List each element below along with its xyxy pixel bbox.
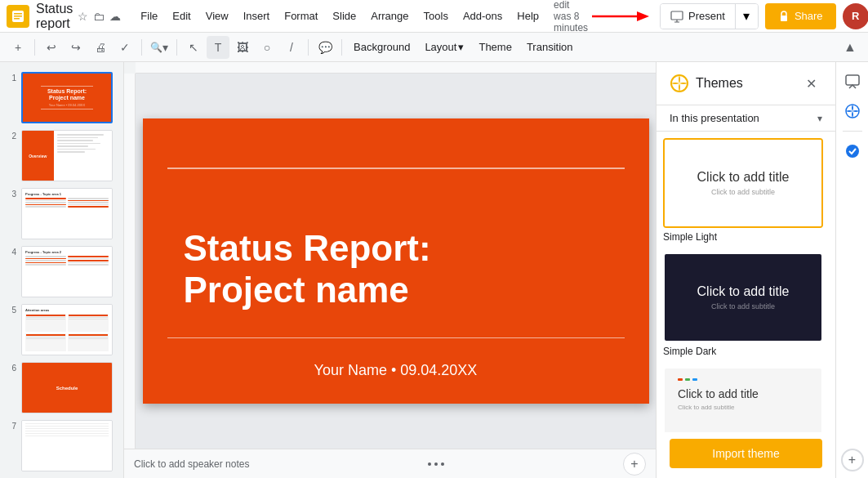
- background-button[interactable]: Background: [347, 36, 416, 59]
- undo-button[interactable]: ↩: [40, 36, 63, 59]
- menu-edit[interactable]: Edit: [166, 7, 197, 25]
- slide-canvas[interactable]: Status Report: Project name Your Name • …: [143, 118, 649, 404]
- add-button[interactable]: +: [7, 36, 29, 59]
- canvas-body: Status Report: Project name Your Name • …: [124, 74, 656, 449]
- main-area: 1 Status Report:Project name Your Name •…: [0, 62, 868, 478]
- slide-thumbnail-6[interactable]: 6 Schedule: [0, 359, 123, 417]
- select-tool[interactable]: ↖: [182, 36, 205, 59]
- import-theme-button[interactable]: Import theme: [670, 439, 822, 468]
- present-dropdown-button[interactable]: ▾: [735, 4, 758, 29]
- menu-arrange[interactable]: Arrange: [364, 7, 415, 25]
- cloud-icon[interactable]: ☁: [109, 10, 121, 23]
- red-arrow-annotation: [588, 7, 653, 26]
- layout-button[interactable]: Layout▾: [418, 36, 470, 59]
- spellcheck-button[interactable]: ✓: [114, 36, 136, 59]
- theme-thumb-simple-dark: Click to add title Click to add subtitle: [663, 252, 823, 342]
- speaker-notes-bar[interactable]: Click to add speaker notes +: [124, 449, 656, 478]
- slide-img-1: Status Report:Project name Your Name • 0…: [21, 72, 113, 123]
- shape-tool[interactable]: ○: [256, 36, 278, 59]
- comment-tool[interactable]: 💬: [314, 36, 336, 59]
- zoom-button[interactable]: 🔍▾: [147, 36, 171, 59]
- menu-format[interactable]: Format: [278, 7, 324, 25]
- svg-rect-7: [671, 11, 683, 20]
- print-button[interactable]: 🖨: [89, 36, 112, 59]
- svg-rect-12: [846, 75, 859, 85]
- lock-icon: [778, 11, 790, 22]
- top-bar: Status report ☆ 🗀 ☁ File Edit View Inser…: [0, 0, 868, 33]
- app-logo: [7, 5, 29, 28]
- canvas-scroll[interactable]: Status Report: Project name Your Name • …: [136, 74, 656, 449]
- themes-list: Click to add title Click to add subtitle…: [657, 132, 835, 432]
- theme-button[interactable]: Theme: [472, 36, 518, 59]
- menu-tools[interactable]: Tools: [417, 7, 455, 25]
- slide-img-4: Progress - Topic area 2: [21, 246, 113, 297]
- share-button[interactable]: Share: [765, 3, 836, 29]
- text-tool[interactable]: T: [207, 36, 229, 59]
- slide-thumbnail-1[interactable]: 1 Status Report:Project name Your Name •…: [0, 69, 123, 127]
- theme-thumb-simple-light: Click to add title Click to add subtitle: [663, 138, 823, 228]
- slide-thumbnail-2[interactable]: 2 Overview: [0, 127, 123, 185]
- sidebar-comments-icon[interactable]: [839, 69, 866, 95]
- sidebar-separator: [843, 131, 862, 132]
- toolbar-separator-1: [34, 39, 35, 56]
- svg-rect-3: [14, 16, 22, 17]
- themes-close-button[interactable]: ✕: [799, 72, 822, 95]
- present-icon: [670, 10, 683, 23]
- theme-item-simple-dark[interactable]: Click to add title Click to add subtitle…: [663, 252, 829, 364]
- menu-addons[interactable]: Add-ons: [456, 7, 509, 25]
- present-main-button[interactable]: Present: [661, 4, 735, 29]
- slide-num-1: 1: [7, 74, 16, 83]
- svg-rect-10: [781, 16, 787, 21]
- canvas-area: Status Report: Project name Your Name • …: [124, 62, 656, 478]
- ruler-vertical: [124, 74, 136, 449]
- slide-img-7: [21, 420, 113, 471]
- menu-slide[interactable]: Slide: [326, 7, 363, 25]
- slide-num-7: 7: [7, 422, 16, 431]
- transition-button[interactable]: Transition: [520, 36, 580, 59]
- theme-item-simple-light[interactable]: Click to add title Click to add subtitle…: [663, 138, 829, 249]
- zoom-in-button[interactable]: +: [623, 453, 646, 476]
- right-sidebar: +: [835, 62, 868, 478]
- slide-img-6: Schedule: [21, 362, 113, 413]
- theme-thumb-streamline: Click to add title Click to add subtitle: [663, 367, 823, 432]
- redo-button[interactable]: ↪: [65, 36, 87, 59]
- sidebar-check-icon[interactable]: [839, 138, 866, 164]
- menu-insert[interactable]: Insert: [237, 7, 277, 25]
- menu-help[interactable]: Help: [510, 7, 545, 25]
- ruler-horizontal: [136, 62, 656, 74]
- theme-light-title-text: Click to add title: [697, 170, 790, 185]
- slide-subtitle-area[interactable]: Your Name • 09.04.20XX: [314, 362, 478, 379]
- scroll-indicator: [428, 462, 444, 466]
- slide-thumbnail-3[interactable]: 3 Progress - Topic area 1: [0, 185, 123, 243]
- slide-thumbnail-5[interactable]: 5 Attention areas: [0, 301, 123, 359]
- theme-streamline-title-text: Click to add title: [678, 387, 808, 400]
- sidebar-add-button[interactable]: +: [841, 449, 864, 471]
- slide-main-content: Status Report: Project name: [143, 118, 649, 404]
- slide-num-4: 4: [7, 248, 16, 257]
- menu-file[interactable]: File: [134, 7, 164, 25]
- collapse-button[interactable]: ▲: [839, 36, 861, 59]
- user-avatar[interactable]: R: [843, 3, 868, 29]
- theme-item-streamline[interactable]: Click to add title Click to add subtitle…: [663, 367, 829, 432]
- theme-name-simple-dark: Simple Dark: [663, 342, 829, 364]
- folder-icon[interactable]: 🗀: [93, 10, 105, 23]
- image-tool[interactable]: 🖼: [231, 36, 254, 59]
- toolbar-separator-5: [341, 39, 342, 56]
- themes-dropdown-label: In this presentation: [670, 112, 817, 124]
- slide-img-5: Attention areas: [21, 304, 113, 355]
- slide-main-title[interactable]: Status Report: Project name: [184, 228, 431, 310]
- theme-light-sub-text: Click to add subtitle: [711, 188, 775, 196]
- theme-dark-title-text: Click to add title: [697, 284, 790, 299]
- star-icon[interactable]: ☆: [78, 10, 88, 23]
- svg-point-14: [846, 145, 859, 158]
- menu-view[interactable]: View: [199, 7, 235, 25]
- sidebar-theme-icon[interactable]: [839, 98, 866, 124]
- themes-dropdown[interactable]: In this presentation ▾: [657, 105, 835, 132]
- slide-num-5: 5: [7, 306, 16, 315]
- slide-thumbnail-4[interactable]: 4 Progress - Topic area 2: [0, 243, 123, 301]
- slide-author-text: Your Name • 09.04.20XX: [314, 362, 478, 379]
- slide-img-2: Overview: [21, 130, 113, 181]
- slide-panel: 1 Status Report:Project name Your Name •…: [0, 62, 124, 478]
- slide-thumbnail-7[interactable]: 7: [0, 417, 123, 475]
- line-tool[interactable]: /: [280, 36, 303, 59]
